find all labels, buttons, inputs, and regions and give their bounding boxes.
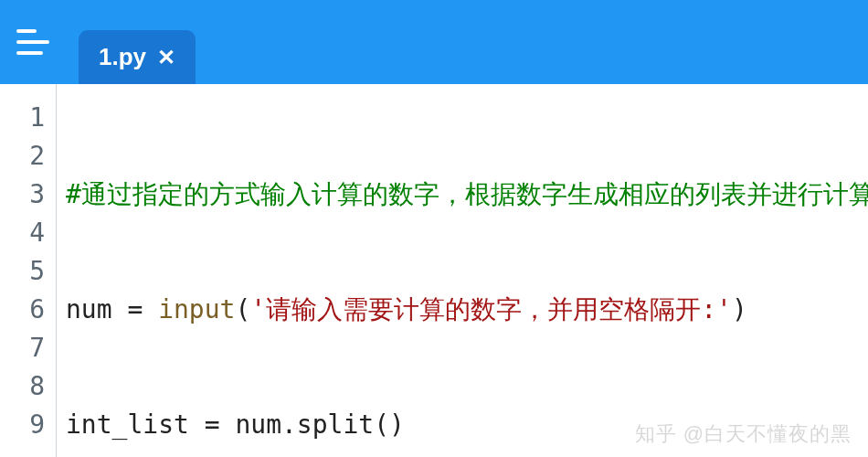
title-bar: 1.py ✕ xyxy=(0,0,868,84)
line-number: 8 xyxy=(0,367,56,406)
line-number: 1 xyxy=(0,99,56,137)
line-number: 6 xyxy=(0,291,56,329)
file-tab[interactable]: 1.py ✕ xyxy=(79,30,196,84)
line-number: 9 xyxy=(0,406,56,444)
close-icon[interactable]: ✕ xyxy=(157,47,175,69)
menu-icon[interactable] xyxy=(16,26,49,58)
code-line: #通过指定的方式输入计算的数字，根据数字生成相应的列表并进行计算 xyxy=(66,175,868,214)
tab-filename: 1.py xyxy=(99,43,146,71)
line-number-gutter: 1 2 3 4 5 6 7 8 9 xyxy=(0,84,57,457)
editor[interactable]: 1 2 3 4 5 6 7 8 9 #通过指定的方式输入计算的数字，根据数字生成… xyxy=(0,84,868,457)
code-line: num = input('请输入需要计算的数字，并用空格隔开:') xyxy=(66,291,868,329)
code-line: int_list = num.split() xyxy=(66,406,868,444)
line-number: 3 xyxy=(0,175,56,214)
line-number: 5 xyxy=(0,252,56,291)
line-number: 7 xyxy=(0,329,56,367)
line-number: 4 xyxy=(0,214,56,252)
code-area[interactable]: #通过指定的方式输入计算的数字，根据数字生成相应的列表并进行计算 num = i… xyxy=(57,84,868,457)
line-number: 2 xyxy=(0,137,56,175)
